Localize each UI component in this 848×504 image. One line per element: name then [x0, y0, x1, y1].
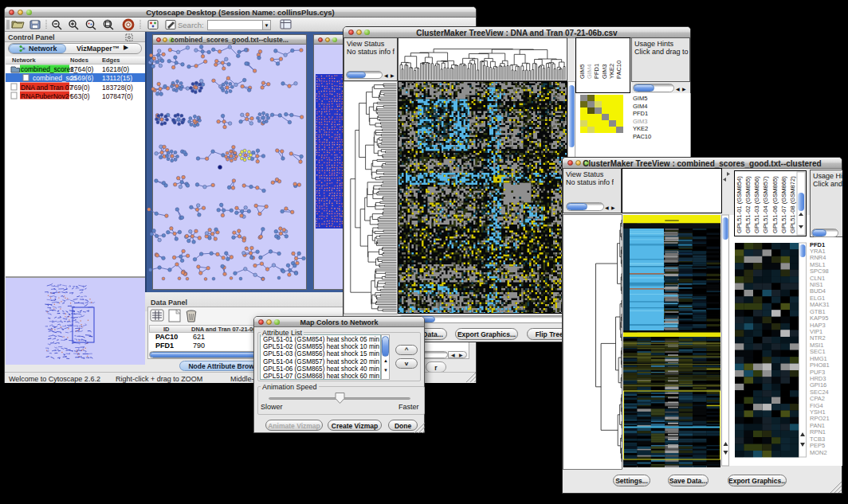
svg-text:GPL51-04 (GSM857): GPL51-04 (GSM857) [762, 176, 769, 233]
svg-text:GPL51-07 (GSM868): GPL51-07 (GSM868) [780, 176, 787, 233]
svg-text:GPL51-02 (GSM855): GPL51-02 (GSM855) [744, 176, 752, 233]
svg-text:GPL51-03 (GSM856): GPL51-03 (GSM856) [753, 176, 760, 233]
svg-text:GPL51-08 (GSM872): GPL51-08 (GSM872) [789, 176, 796, 233]
svg-text:GPL51-01 (GSM854): GPL51-01 (GSM854) [736, 176, 743, 233]
svg-text:GPL51-06 (GSM865): GPL51-06 (GSM865) [771, 176, 779, 233]
